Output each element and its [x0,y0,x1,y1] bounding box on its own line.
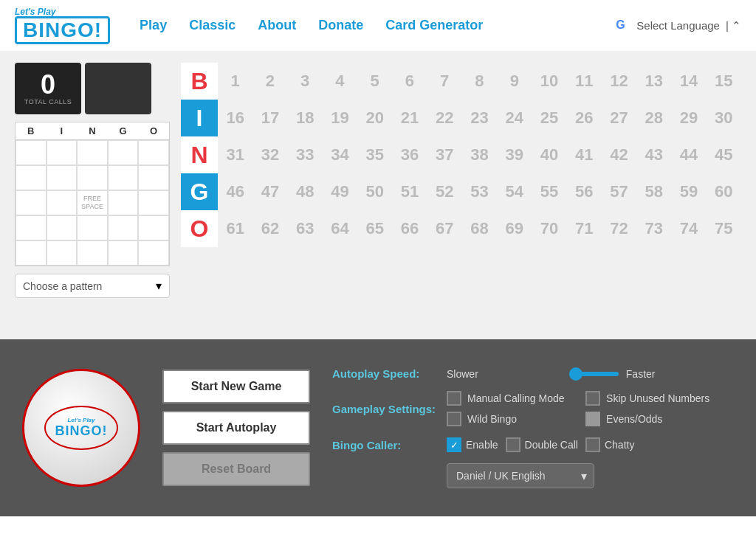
bingo-cell [138,215,169,240]
slower-label: Slower [447,368,478,380]
enable-checkbox[interactable] [447,437,461,452]
bingo-number: 67 [427,210,462,247]
bottom-panel: Let's Play BINGO! Start New Game Start A… [0,339,756,516]
reset-board-button[interactable]: Reset Board [162,452,310,486]
card-header-g: G [108,122,139,139]
bingo-number: 37 [427,136,462,173]
bingo-cell [138,240,169,266]
skip-unused-numbers-label: Skip Unused Numbers [606,392,709,404]
bingo-number: 58 [636,173,671,210]
nav-classic[interactable]: Classic [189,18,236,33]
bingo-cell [47,165,78,190]
bingo-cell [16,215,47,240]
total-calls-label: TOTAL CALLS [24,98,72,105]
bingo-number: 31 [218,136,252,173]
letter-i: I [181,100,218,136]
mini-bingo-card: B I N G O FREESPACE [15,122,170,266]
nav-card-generator[interactable]: Card Generator [385,18,483,33]
bingo-cell [108,240,139,266]
card-header-o: O [138,122,169,139]
bingo-cell [138,140,169,165]
bingo-number: 34 [323,136,357,173]
bingo-number: 40 [532,136,566,173]
bingo-number: 38 [462,136,497,173]
logo-lets-play: Let's Play [15,7,110,16]
main-nav: Play Classic About Donate Card Generator [140,18,616,33]
bingo-number: 50 [357,173,392,210]
total-calls-number: 0 [41,72,55,98]
chatty-label: Chatty [605,439,634,451]
bingo-number: 29 [671,100,706,136]
bingo-number: 13 [636,63,671,100]
bingo-number: 39 [497,136,532,173]
bingo-number: 65 [357,210,392,247]
skip-unused-numbers-checkbox[interactable] [585,391,600,406]
nav-play[interactable]: Play [140,18,167,33]
bingo-cell [47,215,78,240]
letter-o: O [181,210,218,247]
chatty-checkbox[interactable] [585,437,600,452]
bingo-number: 28 [636,100,671,136]
enable-label: Enable [466,439,498,451]
caller-select-row: Daniel / UK English [332,463,734,488]
double-call-label: Double Call [525,439,578,451]
nav-about[interactable]: About [258,18,296,33]
bingo-cell [47,140,78,165]
evens-odds-checkbox[interactable] [585,412,600,426]
card-header-n: N [77,122,108,139]
bingo-number: 57 [602,173,636,210]
bingo-number: 25 [532,100,566,136]
bingo-card-header: B I N G O [16,122,169,139]
bingo-number: 44 [671,136,706,173]
bingo-number: 45 [707,136,741,173]
evens-odds-label: Evens/Odds [606,413,662,425]
nav-donate[interactable]: Donate [318,18,363,33]
language-selector[interactable]: G Select Language | ⌃ [616,18,741,33]
bingo-cell [138,190,169,215]
bingo-number: 8 [462,63,497,100]
bingo-number: 74 [671,210,706,247]
bingo-numbers-grid: 1234567891011121314151617181920212223242… [218,63,741,328]
letter-b: B [181,63,218,100]
bingo-ball-inner: Let's Play BINGO! [44,406,118,450]
bingo-cell [77,215,108,240]
bingo-caller-label: Bingo Caller: [332,439,436,451]
skip-unused-numbers-option: Skip Unused Numbers [585,391,709,406]
bingo-cell [77,140,108,165]
manual-calling-mode-label: Manual Calling Mode [467,392,565,404]
start-autoplay-button[interactable]: Start Autoplay [162,411,310,445]
double-call-checkbox[interactable] [506,437,520,452]
bingo-number: 19 [323,100,357,136]
bingo-letters-col: B I N G O [181,63,218,328]
bingo-number: 27 [602,100,636,136]
bingo-number: 64 [323,210,357,247]
autoplay-speed-row: Autoplay Speed: Slower Faster [332,367,734,380]
game-buttons: Start New Game Start Autoplay Reset Boar… [162,370,310,486]
bingo-number: 15 [707,63,741,100]
wild-bingo-checkbox[interactable] [447,412,461,426]
bingo-number: 32 [252,136,287,173]
card-header-i: I [47,122,78,139]
manual-calling-mode-option: Manual Calling Mode [447,391,571,406]
logo[interactable]: Let's Play BINGO! [15,7,110,44]
pattern-selector[interactable]: Choose a pattern ▾ [15,274,170,298]
bingo-number: 61 [218,210,252,247]
start-new-game-button[interactable]: Start New Game [162,370,310,403]
bingo-cell [108,190,139,215]
bingo-number: 18 [288,100,323,136]
bingo-cell [16,190,47,215]
bingo-number: 21 [392,100,427,136]
bingo-number: 70 [532,210,566,247]
bingo-number: 17 [252,100,287,136]
bingo-number: 51 [392,173,427,210]
bingo-cell [77,240,108,266]
manual-calling-mode-checkbox[interactable] [447,391,461,406]
bingo-number: 5 [357,63,392,100]
bingo-cell [108,215,139,240]
bingo-number: 36 [392,136,427,173]
caller-select[interactable]: Daniel / UK English [447,463,594,488]
caller-select-wrapper: Daniel / UK English [447,463,594,488]
settings-panel: Autoplay Speed: Slower Faster Gameplay S… [332,367,734,488]
speed-slider[interactable] [486,372,619,376]
faster-label: Faster [626,368,656,380]
